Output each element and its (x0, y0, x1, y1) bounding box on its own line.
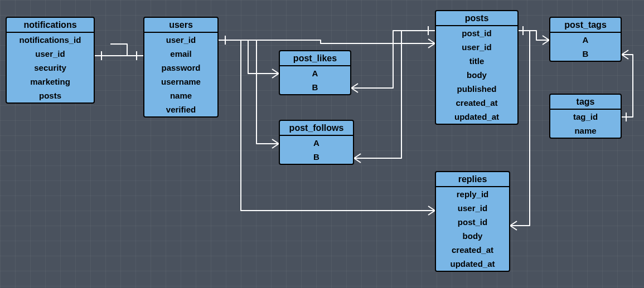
entity-fields: reply_id user_id post_id body created_at… (436, 187, 509, 271)
field: A (280, 66, 350, 80)
field: user_id (436, 201, 509, 215)
field: published (436, 82, 517, 96)
entity-notifications[interactable]: notifications notifications_id user_id s… (6, 17, 95, 104)
field: reply_id (436, 187, 509, 201)
entity-fields: notifications_id user_id security market… (7, 33, 94, 102)
entity-fields: user_id email password username name ver… (144, 33, 217, 116)
entity-post-tags[interactable]: post_tags A B (549, 17, 622, 62)
entity-title: post_tags (550, 18, 621, 33)
field: marketing (7, 75, 94, 89)
field: body (436, 229, 509, 243)
field: user_id (7, 47, 94, 61)
field: verified (144, 102, 217, 116)
field: A (550, 33, 621, 47)
field: email (144, 47, 217, 61)
field: post_id (436, 26, 517, 40)
entity-posts[interactable]: posts post_id user_id title body publish… (435, 10, 519, 125)
field: username (144, 75, 217, 89)
entity-tags[interactable]: tags tag_id name (549, 94, 622, 139)
field: password (144, 61, 217, 75)
entity-replies[interactable]: replies reply_id user_id post_id body cr… (435, 171, 510, 272)
field: created_at (436, 243, 509, 257)
entity-fields: A B (280, 136, 353, 164)
entity-fields: tag_id name (550, 110, 621, 138)
entity-post-likes[interactable]: post_likes A B (279, 50, 351, 95)
entity-fields: A B (280, 66, 350, 94)
entity-fields: A B (550, 33, 621, 61)
entity-title: posts (436, 11, 517, 26)
field: user_id (144, 33, 217, 47)
field: tag_id (550, 110, 621, 124)
field: post_id (436, 215, 509, 229)
entity-title: tags (550, 95, 621, 110)
field: B (550, 47, 621, 61)
entity-post-follows[interactable]: post_follows A B (279, 120, 354, 165)
field: user_id (436, 40, 517, 54)
field: B (280, 150, 353, 164)
field: created_at (436, 96, 517, 110)
entity-users[interactable]: users user_id email password username na… (143, 17, 219, 118)
field: A (280, 136, 353, 150)
field: body (436, 68, 517, 82)
entity-title: post_likes (280, 51, 350, 66)
field: name (550, 124, 621, 138)
field: updated_at (436, 110, 517, 124)
entity-title: users (144, 18, 217, 33)
field: B (280, 80, 350, 94)
field: security (7, 61, 94, 75)
entity-title: post_follows (280, 121, 353, 136)
field: posts (7, 89, 94, 102)
field: title (436, 54, 517, 68)
entity-title: replies (436, 172, 509, 187)
field: updated_at (436, 257, 509, 271)
field: name (144, 89, 217, 102)
field: notifications_id (7, 33, 94, 47)
entity-fields: post_id user_id title body published cre… (436, 26, 517, 124)
entity-title: notifications (7, 18, 94, 33)
